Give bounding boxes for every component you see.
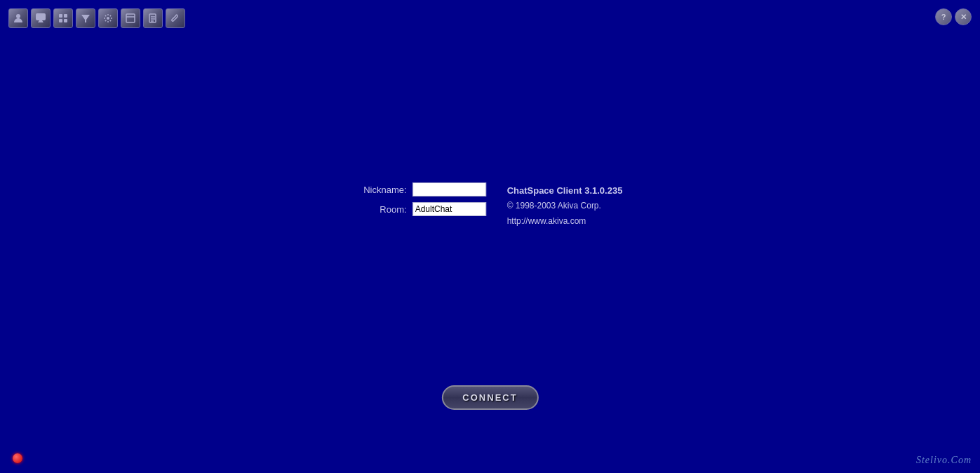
nickname-input[interactable] bbox=[412, 182, 486, 196]
svg-rect-1 bbox=[36, 13, 46, 20]
watermark: Stelivo.Com bbox=[916, 455, 972, 466]
room-row: Room: bbox=[358, 202, 486, 216]
toolbar-btn-filter[interactable] bbox=[76, 8, 95, 28]
help-button[interactable]: ? bbox=[935, 8, 952, 25]
status-indicator bbox=[13, 453, 22, 463]
toolbar-btn-people[interactable] bbox=[8, 8, 28, 28]
form-fields: Nickname: Room: bbox=[358, 182, 486, 216]
svg-point-7 bbox=[107, 17, 109, 20]
app-info: ChatSpace Client 3.1.0.235 © 1998-2003 A… bbox=[507, 182, 623, 229]
room-label: Room: bbox=[358, 204, 407, 215]
toolbar-btn-tools[interactable] bbox=[166, 8, 185, 28]
svg-rect-3 bbox=[64, 14, 67, 18]
svg-rect-4 bbox=[59, 19, 62, 22]
close-button[interactable]: ✕ bbox=[955, 8, 972, 25]
toolbar-btn-settings[interactable] bbox=[98, 8, 118, 28]
connection-form: Nickname: Room: ChatSpace Client 3.1.0.2… bbox=[358, 182, 623, 229]
room-input[interactable] bbox=[412, 202, 486, 216]
toolbar-btn-layout[interactable] bbox=[121, 8, 140, 28]
svg-rect-8 bbox=[126, 14, 135, 22]
toolbar bbox=[8, 8, 185, 28]
toolbar-btn-doc[interactable] bbox=[143, 8, 163, 28]
svg-point-0 bbox=[16, 14, 20, 18]
connect-btn-wrap: CONNECT bbox=[441, 385, 538, 410]
nickname-label: Nickname: bbox=[358, 185, 407, 195]
svg-rect-5 bbox=[64, 19, 67, 22]
svg-rect-2 bbox=[59, 14, 62, 18]
toolbar-btn-grid[interactable] bbox=[53, 8, 73, 28]
connect-button[interactable]: CONNECT bbox=[441, 385, 538, 410]
svg-marker-6 bbox=[81, 15, 90, 22]
app-version: ChatSpace Client 3.1.0.235 bbox=[507, 182, 623, 199]
nickname-row: Nickname: bbox=[358, 182, 486, 196]
app-copyright: © 1998-2003 Akiva Corp. bbox=[507, 199, 623, 214]
top-right-buttons: ? ✕ bbox=[935, 8, 972, 25]
app-website: http://www.akiva.com bbox=[507, 214, 623, 229]
toolbar-btn-chat[interactable] bbox=[31, 8, 51, 28]
